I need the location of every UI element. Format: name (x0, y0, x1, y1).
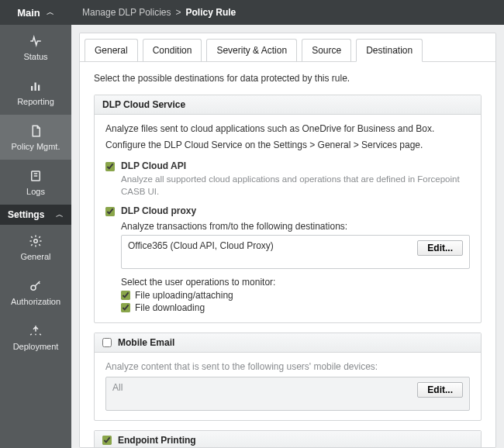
sidebar-item-label: Policy Mgmt. (12, 142, 60, 151)
mobile-email-desc: Analyze content that is sent to the foll… (105, 360, 470, 374)
dlp-desc-1: Analyze files sent to cloud applications… (105, 122, 470, 136)
panel-endpoint-printing: Endpoint Printing Analyze files that are… (94, 430, 482, 448)
sidebar-item-label: Authorization (11, 297, 60, 306)
tab-bar: General Condition Severity & Action Sour… (80, 33, 495, 62)
sub-dlp-cloud-api: Analyze all supported cloud applications… (121, 173, 470, 198)
sidebar-item-policy-mgmt[interactable]: Policy Mgmt. (0, 115, 71, 160)
label-file-download: File downloading (135, 302, 205, 313)
sidebar-item-label: Logs (26, 187, 45, 196)
sidebar-item-authorization[interactable]: Authorization (0, 270, 71, 315)
sub-dlp-cloud-proxy: Analyze transactions from/to the followi… (121, 221, 470, 232)
sidebar-item-label: Reporting (17, 97, 54, 106)
sidebar-item-status[interactable]: Status (0, 25, 71, 70)
tab-general[interactable]: General (85, 39, 138, 62)
label-dlp-cloud-api: DLP Cloud API (121, 160, 186, 171)
sidebar-item-label: Status (23, 52, 47, 61)
label-file-upload: File uploading/attaching (135, 290, 233, 301)
panel-title: Mobile Email (118, 337, 174, 348)
svg-point-4 (34, 239, 38, 243)
deploy-icon (29, 324, 43, 338)
sidebar-item-label: General (20, 252, 50, 261)
svg-rect-0 (31, 86, 33, 91)
svg-point-5 (31, 285, 36, 290)
sidebar-settings-header[interactable]: Settings ︿ (0, 205, 71, 225)
intro-text: Select the possible destinations for dat… (94, 73, 482, 84)
panel-title: DLP Cloud Service (102, 99, 185, 110)
sidebar: Main ︿ Status Reporting Policy Mgmt. Log… (0, 0, 71, 448)
mobile-email-listbox: All Edit... (105, 377, 470, 411)
checkbox-mobile-email[interactable] (102, 338, 112, 347)
pulse-icon (29, 34, 43, 48)
panel-head-dlp-cloud: DLP Cloud Service (95, 95, 481, 115)
svg-rect-2 (38, 84, 40, 91)
panel-head-mobile-email: Mobile Email (95, 333, 481, 353)
checkbox-dlp-cloud-proxy[interactable] (105, 207, 115, 216)
checkbox-endpoint-printing[interactable] (102, 436, 112, 445)
tab-destination[interactable]: Destination (356, 39, 423, 62)
ops-label: Select the user operations to monitor: (121, 277, 470, 288)
sidebar-item-general[interactable]: General (0, 225, 71, 270)
bar-chart-icon (29, 79, 43, 93)
tab-source[interactable]: Source (302, 39, 351, 62)
checkbox-file-download[interactable] (121, 303, 130, 312)
destinations-value: Office365 (Cloud API, Cloud Proxy) (128, 240, 274, 251)
panel-title: Endpoint Printing (118, 435, 196, 446)
panel-head-endpoint-printing: Endpoint Printing (95, 431, 481, 448)
panel-dlp-cloud: DLP Cloud Service Analyze files sent to … (94, 95, 482, 323)
checkbox-dlp-cloud-api[interactable] (105, 162, 115, 171)
tab-severity-action[interactable]: Severity & Action (206, 39, 297, 62)
dlp-desc-2: Configure the DLP Cloud Service on the S… (105, 139, 470, 152)
document-icon (29, 124, 43, 138)
destinations-listbox: Office365 (Cloud API, Cloud Proxy) Edit.… (121, 235, 470, 269)
edit-destinations-button[interactable]: Edit... (417, 240, 463, 256)
sidebar-item-reporting[interactable]: Reporting (0, 70, 71, 115)
tab-condition[interactable]: Condition (143, 39, 202, 62)
logs-icon (29, 169, 43, 183)
edit-mobile-email-button[interactable]: Edit... (417, 382, 463, 398)
breadcrumb: Manage DLP Policies > Policy Rule (71, 0, 504, 25)
sidebar-settings-label: Settings (8, 209, 44, 220)
breadcrumb-separator: > (176, 7, 181, 18)
breadcrumb-parent[interactable]: Manage DLP Policies (82, 7, 171, 18)
sidebar-item-label: Deployment (13, 342, 59, 351)
mobile-email-value: All (112, 382, 123, 393)
breadcrumb-current: Policy Rule (186, 7, 236, 18)
key-icon (29, 279, 43, 293)
svg-rect-1 (35, 82, 36, 91)
label-dlp-cloud-proxy: DLP Cloud proxy (121, 205, 196, 216)
panel-mobile-email: Mobile Email Analyze content that is sen… (94, 333, 482, 421)
main-column: Manage DLP Policies > Policy Rule Genera… (71, 0, 504, 448)
sidebar-item-deployment[interactable]: Deployment (0, 315, 71, 360)
content-card: General Condition Severity & Action Sour… (79, 33, 496, 448)
chevron-up-icon: ︿ (56, 209, 64, 220)
checkbox-file-upload[interactable] (121, 291, 130, 300)
sidebar-item-logs[interactable]: Logs (0, 160, 71, 205)
sidebar-main-label: Main (17, 7, 40, 19)
gear-icon (29, 234, 43, 248)
sidebar-main-header[interactable]: Main ︿ (0, 0, 71, 25)
chevron-up-icon: ︿ (47, 7, 54, 18)
